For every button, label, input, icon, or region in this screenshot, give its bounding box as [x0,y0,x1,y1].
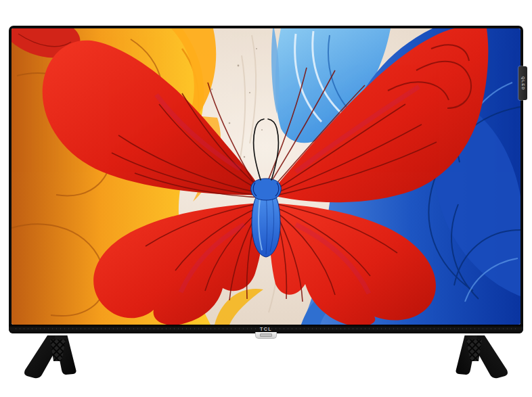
tv-screen [12,28,520,325]
qled-badge: QLED [518,66,527,100]
ir-sensor-tab [255,332,277,339]
tv-leg-left [23,331,80,380]
qled-badge-label: QLED [521,76,525,91]
brand-logo: TCL [260,327,272,331]
butterfly-artwork [12,28,520,325]
product-image: TCL QLED [0,0,532,397]
tv-leg-right [452,331,509,380]
tv-frame: TCL QLED [9,26,523,333]
ir-sensor-window [260,333,272,337]
